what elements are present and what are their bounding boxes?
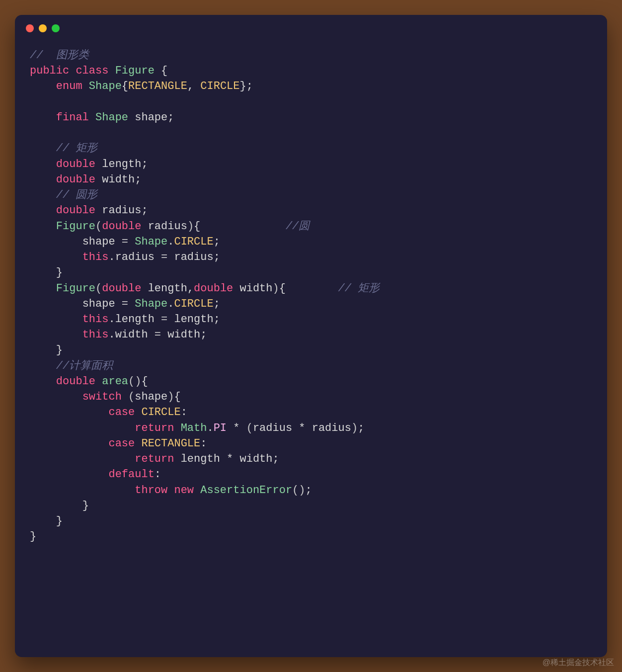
- code-token: .: [108, 251, 115, 263]
- code-token: .: [167, 298, 174, 310]
- code-token: ;: [246, 80, 253, 92]
- code-token: width: [240, 282, 273, 295]
- code-token: }: [56, 344, 63, 356]
- code-token: length: [174, 313, 213, 326]
- code-token: radius: [115, 251, 155, 263]
- code-token: *: [299, 422, 305, 434]
- code-token: AssertionError: [200, 484, 292, 497]
- code-token: width: [239, 453, 272, 465]
- code-token: .: [167, 236, 174, 248]
- code-token: return: [135, 422, 174, 434]
- code-token: double: [56, 375, 95, 388]
- watermark-text: @稀土掘金技术社区: [543, 658, 614, 668]
- code-token: radius: [312, 422, 351, 434]
- code-token: final: [56, 111, 89, 124]
- code-token: this: [82, 329, 109, 341]
- code-token: =: [155, 329, 161, 341]
- code-token: CIRCLE: [200, 80, 239, 92]
- code-token: (: [292, 484, 299, 497]
- code-token: =: [161, 251, 167, 263]
- window-titlebar: [15, 15, 607, 42]
- code-token: (: [246, 422, 253, 434]
- code-token: Shape: [135, 236, 167, 248]
- code-token: ;: [214, 313, 220, 326]
- code-token: double: [194, 282, 233, 295]
- code-token: ;: [141, 204, 148, 217]
- code-token: length: [148, 282, 187, 295]
- code-token: (: [95, 220, 102, 233]
- code-token: length: [115, 313, 155, 326]
- code-token: radius: [148, 220, 187, 233]
- code-token: case: [108, 406, 135, 419]
- code-token: PI: [214, 422, 227, 434]
- code-token: return: [135, 453, 174, 465]
- code-token: this: [82, 313, 109, 326]
- code-token: ;: [135, 173, 141, 186]
- code-token: (: [95, 282, 102, 295]
- code-token: ;: [358, 422, 364, 434]
- code-token: throw: [135, 484, 167, 497]
- code-token: {: [141, 375, 148, 388]
- minimize-icon[interactable]: [39, 24, 47, 32]
- code-block: // 图形类 public class Figure { enum Shape{…: [15, 42, 607, 560]
- zoom-icon[interactable]: [52, 24, 60, 32]
- code-token: switch: [82, 391, 122, 403]
- code-comment: // 矩形: [56, 142, 98, 155]
- code-token: {: [194, 220, 200, 233]
- code-comment: //计算面积: [56, 360, 113, 372]
- code-token: {: [122, 80, 128, 92]
- code-token: {: [161, 65, 167, 77]
- code-token: double: [56, 158, 95, 170]
- code-token: ;: [214, 251, 220, 263]
- code-token: ;: [141, 158, 148, 170]
- code-token: (: [128, 375, 135, 388]
- code-token: .: [207, 422, 213, 434]
- code-token: default: [108, 468, 154, 481]
- code-token: enum: [56, 80, 82, 92]
- code-comment: //圆: [286, 220, 310, 233]
- code-token: }: [240, 80, 246, 92]
- code-token: :: [155, 468, 161, 481]
- code-token: ): [351, 422, 358, 434]
- code-token: }: [30, 530, 36, 543]
- code-token: radius: [102, 204, 141, 217]
- code-token: width: [102, 173, 135, 186]
- code-token: double: [56, 173, 95, 186]
- code-token: Math: [181, 422, 207, 434]
- code-token: Figure: [115, 65, 155, 77]
- code-token: double: [102, 282, 141, 295]
- code-token: }: [56, 266, 63, 279]
- code-token: ;: [273, 453, 279, 465]
- code-token: class: [76, 65, 108, 77]
- code-token: shape: [82, 298, 115, 310]
- code-token: ): [299, 484, 305, 497]
- close-icon[interactable]: [26, 24, 34, 32]
- code-token: public: [30, 65, 69, 77]
- code-token: double: [102, 220, 141, 233]
- code-token: ;: [214, 236, 220, 248]
- code-token: ): [167, 391, 174, 403]
- code-token: *: [233, 422, 239, 434]
- code-token: radius: [174, 251, 213, 263]
- code-token: double: [56, 204, 95, 217]
- code-token: =: [122, 236, 128, 248]
- code-token: new: [174, 484, 194, 497]
- code-token: Shape: [95, 111, 128, 124]
- code-token: width: [115, 329, 148, 341]
- code-comment: // 图形类: [30, 49, 89, 62]
- code-token: *: [227, 453, 233, 465]
- code-token: ;: [214, 298, 220, 310]
- code-token: Shape: [89, 80, 122, 92]
- code-token: shape: [135, 391, 167, 403]
- code-token: radius: [253, 422, 292, 434]
- code-token: ): [187, 220, 194, 233]
- code-token: }: [82, 500, 89, 512]
- code-token: =: [161, 313, 167, 326]
- code-token: .: [108, 313, 115, 326]
- code-token: Figure: [56, 282, 95, 295]
- code-token: this: [82, 251, 109, 263]
- code-token: CIRCLE: [174, 236, 213, 248]
- code-comment: // 圆形: [56, 189, 98, 201]
- code-token: area: [102, 375, 128, 388]
- code-token: =: [122, 298, 128, 310]
